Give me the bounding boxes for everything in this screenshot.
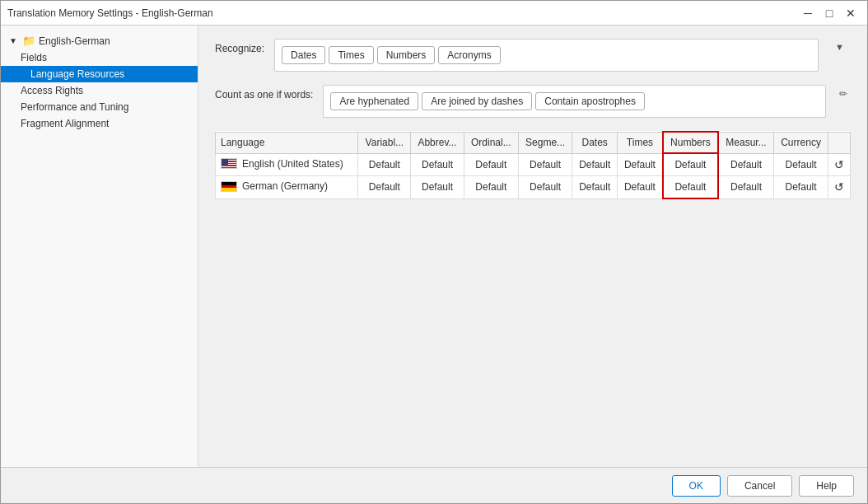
sidebar-item-label: English-German [39, 35, 110, 47]
german-ordinal[interactable]: Default [464, 176, 518, 199]
hyphenated-button[interactable]: Are hyphenated [330, 92, 418, 110]
german-abbreviations[interactable]: Default [411, 176, 464, 199]
dates-button[interactable]: Dates [282, 46, 325, 64]
expand-icon: ▼ [7, 35, 19, 47]
german-flag-label: German (Germany) [221, 180, 328, 192]
english-variables[interactable]: Default [358, 153, 411, 176]
col-measurements: Measur... [718, 132, 773, 153]
col-dates: Dates [572, 132, 618, 153]
main-window: Translation Memory Settings - English-Ge… [0, 0, 868, 504]
main-panel: Recognize: Dates Times Numbers Acronyms … [198, 26, 867, 467]
german-times[interactable]: Default [618, 176, 663, 199]
table-row: German (Germany) Default Default Default… [216, 176, 851, 199]
col-reset [828, 132, 851, 153]
english-measurements[interactable]: Default [718, 153, 773, 176]
german-reset-button[interactable]: ↺ [834, 180, 844, 194]
acronyms-button[interactable]: Acronyms [438, 46, 500, 64]
numbers-button[interactable]: Numbers [377, 46, 436, 64]
english-language-label: English (United States) [242, 158, 343, 170]
english-abbreviations[interactable]: Default [411, 153, 464, 176]
footer: OK Cancel Help [1, 467, 867, 503]
german-currency[interactable]: Default [773, 176, 828, 199]
sidebar: ▼ 📁 English-German Fields Language Resou… [1, 26, 198, 467]
count-buttons: Are hyphenated Are joined by dashes Cont… [330, 92, 819, 110]
language-cell-german: German (Germany) [216, 176, 358, 199]
window-controls: ─ □ ✕ [798, 5, 861, 21]
german-language-label: German (Germany) [242, 180, 328, 192]
english-currency[interactable]: Default [773, 153, 828, 176]
german-numbers[interactable]: Default [663, 176, 718, 199]
col-variables: Variabl... [358, 132, 411, 153]
maximize-button[interactable]: □ [819, 5, 839, 21]
table-header-row: Language Variabl... Abbrev... Ordinal...… [216, 132, 851, 153]
window-title: Translation Memory Settings - English-Ge… [7, 7, 213, 19]
sidebar-item-fragment-alignment[interactable]: Fragment Alignment [1, 115, 198, 132]
recognize-section: Recognize: Dates Times Numbers Acronyms … [215, 39, 851, 72]
sidebar-item-label: Language Resources [30, 68, 124, 80]
titlebar: Translation Memory Settings - English-Ge… [1, 1, 867, 26]
sidebar-item-performance-tuning[interactable]: Performance and Tuning [1, 99, 198, 115]
table-section: Language Variabl... Abbrev... Ordinal...… [215, 131, 851, 199]
recognize-buttons: Dates Times Numbers Acronyms [282, 46, 811, 64]
english-numbers[interactable]: Default [663, 153, 718, 176]
english-reset-cell: ↺ [828, 153, 851, 176]
content-area: ▼ 📁 English-German Fields Language Resou… [1, 26, 867, 467]
english-reset-button[interactable]: ↺ [834, 158, 844, 171]
german-dates[interactable]: Default [572, 176, 618, 199]
col-numbers: Numbers [663, 132, 718, 153]
sidebar-item-fields[interactable]: Fields [1, 49, 198, 66]
count-section: Count as one if words: Are hyphenated Ar… [215, 85, 851, 118]
sidebar-item-label: Fields [21, 52, 47, 63]
col-language: Language [216, 132, 358, 153]
times-button[interactable]: Times [329, 46, 373, 64]
german-reset-cell: ↺ [828, 176, 851, 199]
col-currency: Currency [773, 132, 828, 153]
recognize-label: Recognize: [215, 39, 264, 54]
sidebar-item-label: Performance and Tuning [21, 101, 128, 113]
col-abbreviations: Abbrev... [411, 132, 464, 153]
col-ordinal: Ordinal... [464, 132, 518, 153]
german-measurements[interactable]: Default [718, 176, 773, 199]
english-flag-label: English (United States) [221, 158, 343, 170]
english-times[interactable]: Default [618, 153, 663, 176]
recognize-dropdown-arrow[interactable]: ▼ [828, 39, 851, 55]
col-segmentation: Segme... [518, 132, 572, 153]
folder-icon: 📁 [22, 35, 35, 47]
minimize-button[interactable]: ─ [798, 5, 818, 21]
dashes-button[interactable]: Are joined by dashes [422, 92, 532, 110]
sidebar-item-language-resources[interactable]: Language Resources [1, 66, 198, 82]
count-label: Count as one if words: [215, 85, 313, 100]
table-row: English (United States) Default Default … [216, 153, 851, 176]
language-resources-table: Language Variabl... Abbrev... Ordinal...… [215, 131, 851, 199]
de-flag-icon [221, 181, 237, 192]
sidebar-item-access-rights[interactable]: Access Rights [1, 82, 198, 99]
ok-button[interactable]: OK [672, 475, 721, 497]
edit-icon[interactable]: ✏ [836, 85, 851, 103]
sidebar-item-label: Fragment Alignment [21, 118, 109, 129]
help-button[interactable]: Help [799, 475, 854, 497]
german-variables[interactable]: Default [358, 176, 411, 199]
close-button[interactable]: ✕ [841, 5, 861, 21]
sidebar-item-english-german[interactable]: ▼ 📁 English-German [1, 32, 198, 49]
english-segmentation[interactable]: Default [518, 153, 572, 176]
apostrophes-button[interactable]: Contain apostrophes [535, 92, 645, 110]
english-dates[interactable]: Default [572, 153, 618, 176]
col-times: Times [618, 132, 663, 153]
sidebar-item-label: Access Rights [21, 85, 83, 96]
english-ordinal[interactable]: Default [464, 153, 518, 176]
cancel-button[interactable]: Cancel [727, 475, 792, 497]
german-segmentation[interactable]: Default [518, 176, 572, 199]
us-flag-icon [221, 158, 237, 169]
language-cell-english: English (United States) [216, 153, 358, 176]
